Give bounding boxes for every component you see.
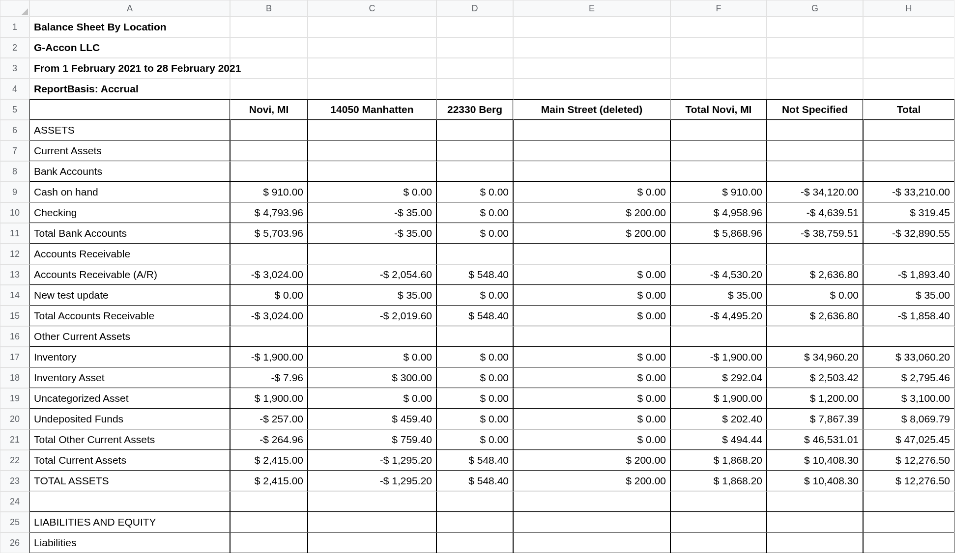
- value-cell[interactable]: $ 0.00: [436, 347, 513, 367]
- value-cell[interactable]: $ 2,415.00: [230, 450, 308, 471]
- empty-cell[interactable]: [670, 161, 767, 182]
- value-cell[interactable]: $ 12,276.50: [863, 450, 954, 471]
- empty-cell[interactable]: [513, 120, 670, 140]
- row-header-19[interactable]: 19: [0, 388, 29, 409]
- row-header-18[interactable]: 18: [0, 367, 29, 388]
- row-header-14[interactable]: 14: [0, 285, 29, 306]
- row-header-22[interactable]: 22: [0, 450, 29, 471]
- value-cell[interactable]: $ 548.40: [436, 264, 513, 285]
- empty-cell[interactable]: [436, 491, 513, 512]
- empty-cell[interactable]: [308, 532, 436, 553]
- empty-cell[interactable]: [308, 326, 436, 347]
- value-cell[interactable]: $ 0.00: [513, 264, 670, 285]
- empty-cell[interactable]: [513, 512, 670, 532]
- header-total[interactable]: Total: [863, 99, 954, 120]
- cell[interactable]: [670, 17, 767, 37]
- value-cell[interactable]: $ 2,415.00: [230, 471, 308, 491]
- value-cell[interactable]: $ 2,636.80: [767, 306, 863, 326]
- value-cell[interactable]: -$ 1,295.20: [308, 450, 436, 471]
- value-cell[interactable]: -$ 32,890.55: [863, 223, 954, 244]
- account-label[interactable]: Accounts Receivable (A/R): [29, 264, 230, 285]
- account-label[interactable]: Cash on hand: [29, 182, 230, 202]
- empty-cell[interactable]: [863, 512, 954, 532]
- value-cell[interactable]: $ 200.00: [513, 223, 670, 244]
- cell[interactable]: [513, 17, 670, 37]
- value-cell[interactable]: -$ 1,900.00: [230, 347, 308, 367]
- account-label[interactable]: TOTAL ASSETS: [29, 471, 230, 491]
- empty-cell[interactable]: [436, 326, 513, 347]
- cell[interactable]: [670, 58, 767, 79]
- cell[interactable]: [308, 58, 436, 79]
- empty-cell[interactable]: [436, 244, 513, 264]
- row-header-23[interactable]: 23: [0, 471, 29, 491]
- row-header-10[interactable]: 10: [0, 202, 29, 223]
- account-label[interactable]: ASSETS: [29, 120, 230, 140]
- row-header-8[interactable]: 8: [0, 161, 29, 182]
- column-header-D[interactable]: D: [436, 0, 513, 17]
- empty-cell[interactable]: [767, 326, 863, 347]
- value-cell[interactable]: $ 292.04: [670, 367, 767, 388]
- empty-cell[interactable]: [767, 161, 863, 182]
- value-cell[interactable]: -$ 4,530.20: [670, 264, 767, 285]
- cell[interactable]: [513, 79, 670, 99]
- value-cell[interactable]: $ 910.00: [670, 182, 767, 202]
- value-cell[interactable]: $ 0.00: [436, 202, 513, 223]
- value-cell[interactable]: $ 0.00: [513, 347, 670, 367]
- value-cell[interactable]: $ 0.00: [436, 285, 513, 306]
- value-cell[interactable]: -$ 1,858.40: [863, 306, 954, 326]
- value-cell[interactable]: $ 35.00: [308, 285, 436, 306]
- value-cell[interactable]: -$ 34,120.00: [767, 182, 863, 202]
- row-header-25[interactable]: 25: [0, 512, 29, 532]
- header-berg[interactable]: 22330 Berg: [436, 99, 513, 120]
- column-header-H[interactable]: H: [863, 0, 954, 17]
- cell[interactable]: [863, 58, 954, 79]
- value-cell[interactable]: -$ 4,495.20: [670, 306, 767, 326]
- value-cell[interactable]: $ 5,703.96: [230, 223, 308, 244]
- header-novi[interactable]: Novi, MI: [230, 99, 308, 120]
- value-cell[interactable]: $ 0.00: [436, 409, 513, 429]
- value-cell[interactable]: $ 7,867.39: [767, 409, 863, 429]
- row-header-4[interactable]: 4: [0, 79, 29, 99]
- cell[interactable]: [436, 17, 513, 37]
- value-cell[interactable]: $ 1,868.20: [670, 471, 767, 491]
- cell[interactable]: [436, 79, 513, 99]
- account-label[interactable]: Liabilities: [29, 532, 230, 553]
- cell[interactable]: [230, 58, 308, 79]
- value-cell[interactable]: -$ 1,295.20: [308, 471, 436, 491]
- value-cell[interactable]: $ 200.00: [513, 450, 670, 471]
- account-label[interactable]: LIABILITIES AND EQUITY: [29, 512, 230, 532]
- cell[interactable]: [513, 58, 670, 79]
- empty-cell[interactable]: [863, 491, 954, 512]
- value-cell[interactable]: $ 0.00: [436, 182, 513, 202]
- value-cell[interactable]: $ 200.00: [513, 471, 670, 491]
- empty-cell[interactable]: [670, 120, 767, 140]
- empty-cell[interactable]: [230, 326, 308, 347]
- row-header-17[interactable]: 17: [0, 347, 29, 367]
- empty-cell[interactable]: [436, 532, 513, 553]
- cell[interactable]: [767, 79, 863, 99]
- value-cell[interactable]: $ 2,503.42: [767, 367, 863, 388]
- empty-cell[interactable]: [767, 140, 863, 161]
- row-header-7[interactable]: 7: [0, 140, 29, 161]
- cell[interactable]: [436, 58, 513, 79]
- value-cell[interactable]: $ 0.00: [513, 182, 670, 202]
- value-cell[interactable]: $ 0.00: [513, 388, 670, 409]
- value-cell[interactable]: -$ 33,210.00: [863, 182, 954, 202]
- empty-cell[interactable]: [670, 512, 767, 532]
- value-cell[interactable]: $ 46,531.01: [767, 429, 863, 450]
- value-cell[interactable]: $ 910.00: [230, 182, 308, 202]
- empty-cell[interactable]: [436, 512, 513, 532]
- cell[interactable]: [308, 17, 436, 37]
- account-label[interactable]: Checking: [29, 202, 230, 223]
- empty-cell[interactable]: [436, 161, 513, 182]
- cell[interactable]: [308, 79, 436, 99]
- value-cell[interactable]: -$ 35.00: [308, 202, 436, 223]
- row-header-3[interactable]: 3: [0, 58, 29, 79]
- value-cell[interactable]: $ 35.00: [670, 285, 767, 306]
- empty-cell[interactable]: [863, 140, 954, 161]
- row-header-26[interactable]: 26: [0, 532, 29, 553]
- empty-cell[interactable]: [230, 491, 308, 512]
- account-label[interactable]: Total Bank Accounts: [29, 223, 230, 244]
- cell[interactable]: [513, 37, 670, 58]
- row-header-21[interactable]: 21: [0, 429, 29, 450]
